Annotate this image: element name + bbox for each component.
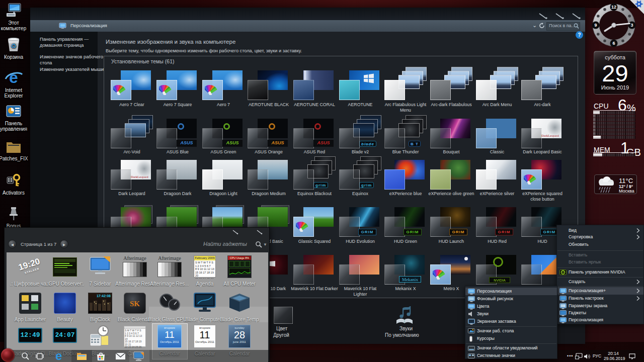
svg-text:e: e xyxy=(9,69,18,85)
svg-text:3: 3 xyxy=(630,23,633,28)
svg-text:12: 12 xyxy=(611,5,616,10)
svg-text:♻: ♻ xyxy=(11,42,17,50)
svg-text:9: 9 xyxy=(594,23,597,28)
svg-text:6: 6 xyxy=(612,41,615,46)
